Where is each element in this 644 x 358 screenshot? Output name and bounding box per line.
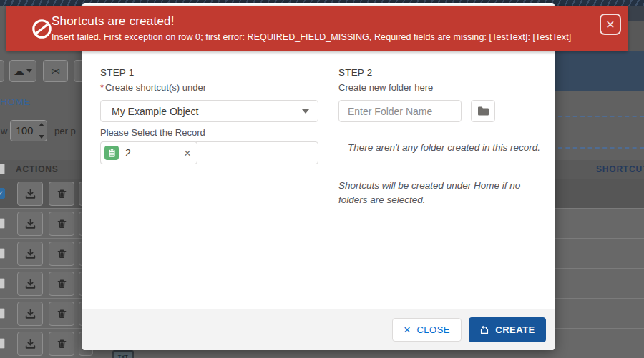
delete-button[interactable] xyxy=(49,182,74,206)
step2-field-label: Create new folder here xyxy=(338,82,433,93)
download-icon xyxy=(24,218,36,230)
folder-icon xyxy=(477,106,489,116)
delete-icon xyxy=(57,338,67,349)
dropzone-dashed-border xyxy=(558,147,644,149)
delete-button[interactable] xyxy=(49,302,74,326)
cloud-download-button[interactable]: ☁ xyxy=(9,60,36,82)
delete-button[interactable] xyxy=(49,242,74,266)
delete-icon xyxy=(57,278,67,289)
step1-field-label-text: Create shortcut(s) under xyxy=(105,82,206,93)
stepper-up-icon[interactable] xyxy=(39,123,44,126)
record-icon xyxy=(104,146,119,160)
page-size-stepper[interactable] xyxy=(37,123,46,139)
file-type-badge: TXT xyxy=(112,350,134,358)
folder-dropzone-area xyxy=(555,91,644,160)
banner-title: Shortcuts are created! xyxy=(52,14,571,29)
pagination-suffix-text: per p xyxy=(54,126,76,136)
download-icon xyxy=(24,248,36,260)
close-x-icon: × xyxy=(606,16,615,32)
delete-icon xyxy=(57,248,67,259)
download-button[interactable] xyxy=(17,242,43,266)
close-button-label: CLOSE xyxy=(416,324,450,335)
record-pill-container[interactable]: 2 × xyxy=(100,141,318,164)
create-folder-button[interactable] xyxy=(471,100,495,122)
close-x-icon: × xyxy=(404,324,411,336)
panel-header-band xyxy=(551,51,644,91)
dropzone-dashed-border xyxy=(558,116,644,117)
toolbar-button-partial[interactable] xyxy=(0,60,4,82)
close-button[interactable]: × CLOSE xyxy=(392,318,462,342)
delete-icon xyxy=(57,218,67,229)
chevron-down-icon xyxy=(26,69,32,73)
record-pill-value: 2 xyxy=(125,147,184,159)
download-icon xyxy=(24,278,36,290)
row-checkbox[interactable]: ✓ xyxy=(0,188,5,199)
row-checkbox[interactable] xyxy=(0,308,5,319)
select-all-checkbox[interactable] xyxy=(0,164,5,174)
required-marker: * xyxy=(100,82,104,93)
delete-button[interactable] xyxy=(49,272,74,296)
download-button[interactable] xyxy=(17,302,43,326)
object-select-dropdown[interactable]: My Example Object xyxy=(100,100,318,122)
default-home-note: Shortcuts will be created under Home if … xyxy=(338,179,547,208)
create-shortcut-icon xyxy=(479,325,489,335)
cloud-download-icon: ☁ xyxy=(14,66,24,76)
delete-icon xyxy=(57,188,67,199)
download-icon xyxy=(24,188,36,200)
actions-column-header: ACTIONS xyxy=(16,164,59,174)
create-shortcut-modal: STEP 1 *Create shortcut(s) under My Exam… xyxy=(82,3,555,350)
stepper-down-icon[interactable] xyxy=(39,135,44,139)
banner-message: Insert failed. First exception on row 0;… xyxy=(52,32,571,42)
delete-button[interactable] xyxy=(49,332,74,356)
ban-icon xyxy=(31,19,52,39)
delete-button[interactable] xyxy=(49,212,74,236)
download-button[interactable] xyxy=(17,212,43,236)
delete-icon xyxy=(57,308,67,319)
row-checkbox[interactable] xyxy=(0,218,5,229)
create-button[interactable]: CREATE xyxy=(469,317,546,342)
record-pill[interactable]: 2 × xyxy=(100,141,197,164)
download-button[interactable] xyxy=(17,182,43,206)
record-field-label: Please Select the Record xyxy=(100,127,205,138)
object-select-value: My Example Object xyxy=(112,106,198,117)
folder-name-input[interactable] xyxy=(338,100,462,122)
mail-button[interactable]: ✉ xyxy=(43,60,68,82)
step1-title: STEP 1 xyxy=(100,67,134,78)
step2-title: STEP 2 xyxy=(338,67,372,78)
banner-text-block: Shortcuts are created! Insert failed. Fi… xyxy=(52,14,571,42)
create-button-label: CREATE xyxy=(495,324,535,335)
mail-icon: ✉ xyxy=(51,66,60,76)
modal-footer: × CLOSE CREATE xyxy=(82,309,555,350)
download-button[interactable] xyxy=(17,332,43,356)
chevron-down-icon xyxy=(302,109,309,114)
page-background xyxy=(628,6,644,21)
home-breadcrumb-link[interactable]: HOME xyxy=(0,96,31,107)
no-folder-note: There aren't any folder created in this … xyxy=(348,141,542,155)
page-background xyxy=(628,21,644,51)
remove-record-icon[interactable]: × xyxy=(184,147,191,159)
pagination-prefix-text: w xyxy=(1,126,7,136)
row-checkbox[interactable] xyxy=(0,338,5,349)
download-icon xyxy=(24,308,36,320)
shortcut-column-header: SHORTCUT xyxy=(596,164,644,174)
download-icon xyxy=(24,338,36,350)
banner-close-button[interactable]: × xyxy=(600,14,621,35)
step1-field-label: *Create shortcut(s) under xyxy=(100,82,206,93)
download-button[interactable] xyxy=(17,272,43,296)
error-toast-banner: Shortcuts are created! Insert failed. Fi… xyxy=(6,6,628,51)
row-checkbox[interactable] xyxy=(0,248,5,259)
row-checkbox[interactable] xyxy=(0,278,5,289)
